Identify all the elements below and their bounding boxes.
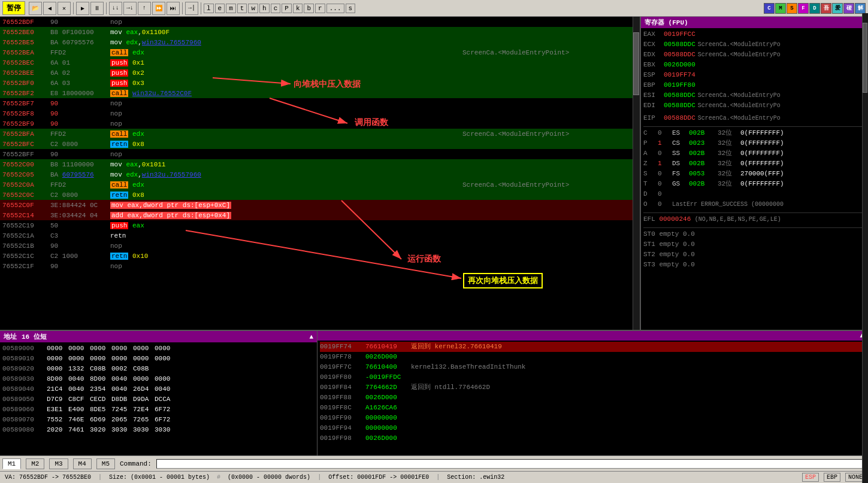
back-button[interactable]: ◀ — [43, 2, 56, 15]
letter-t[interactable]: t — [237, 4, 247, 13]
command-input[interactable] — [156, 459, 866, 469]
reg-val-eax[interactable]: 0019FFCC — [664, 29, 695, 40]
reg-val-edx[interactable]: 00588DDC — [664, 50, 695, 60]
table-row[interactable]: 76552BE5 BA 60795576 mov edx,win32u.7655… — [0, 37, 640, 47]
stack-val[interactable]: 76610400 — [365, 362, 407, 372]
seg-val-fs[interactable]: 0053 — [689, 169, 713, 179]
table-row[interactable]: 76552C0A FFD2 call edx ScreenCa.<ModuleE… — [0, 180, 640, 190]
run-button[interactable]: ▶ — [76, 2, 89, 15]
stepin-button[interactable]: ↓↓ — [109, 2, 122, 15]
reg-val-ebx[interactable]: 0026D000 — [664, 60, 695, 70]
reg-val-ebp[interactable]: 0019FF80 — [664, 80, 695, 90]
table-row[interactable]: 76552BF0 6A 03 push 0x3 — [0, 78, 640, 88]
memory-scroll-btn[interactable]: ▲ — [309, 333, 313, 341]
letter-k[interactable]: k — [293, 4, 303, 13]
status-esp-btn[interactable]: ESP — [802, 473, 819, 482]
reg-val-eip[interactable]: 00588DDC — [664, 113, 695, 123]
table-row[interactable]: 76552BFC C2 0800 retn 0x8 — [0, 139, 640, 149]
log-icon[interactable]: 吾 — [821, 3, 831, 14]
table-row[interactable]: 76552BE0 B8 0F100100 mov eax,0x1100F — [0, 27, 640, 37]
stack-val[interactable]: 00000000 — [365, 413, 407, 423]
flag-c-val[interactable]: 0 — [658, 128, 667, 138]
letter-e[interactable]: e — [215, 4, 225, 13]
stack-icon[interactable]: S — [787, 3, 797, 14]
table-row[interactable]: 76552C1C C2 1000 retn 0x10 — [0, 251, 640, 261]
tab-m1[interactable]: M1 — [2, 458, 21, 469]
table-row[interactable]: 76552BFF 90 nop — [0, 149, 640, 159]
stepover-button[interactable]: →↓ — [123, 2, 137, 15]
table-row[interactable]: 76552C1A C3 retn — [0, 230, 640, 241]
flag-s-val[interactable]: 0 — [658, 169, 667, 179]
flag-p-val[interactable]: 1 — [658, 138, 667, 148]
table-row[interactable]: 76552C0C C2 0800 retn 0x8 — [0, 190, 640, 200]
letter-h[interactable]: h — [259, 4, 270, 13]
tab-m2[interactable]: M2 — [26, 458, 44, 469]
stack-val[interactable]: 0026D000 — [365, 433, 407, 443]
table-row[interactable]: 76552BEA FFD2 call edx ScreenCa.<ModuleE… — [0, 47, 640, 57]
stack-val[interactable]: 76610419 — [365, 342, 407, 352]
reg-val-edi[interactable]: 00588DDC — [664, 101, 695, 111]
seg-val-cs[interactable]: 0023 — [689, 138, 713, 148]
table-row[interactable]: 76552BEC 6A 01 push 0x1 — [0, 57, 640, 68]
table-row[interactable]: 76552C14 3E:034424 04 add eax,dword ptr … — [0, 210, 640, 220]
reg-val-ecx[interactable]: 00588DDC — [664, 40, 695, 50]
letter-P[interactable]: P — [282, 4, 292, 13]
table-row[interactable]: 76552BDF 90 nop — [0, 17, 640, 27]
flag-o-val[interactable]: 0 — [658, 199, 667, 209]
table-row[interactable]: 76552BF7 90 nop — [0, 98, 640, 108]
mem-icon[interactable]: M — [775, 3, 786, 14]
stack-val[interactable]: 00000000 — [365, 423, 407, 433]
debug-icon[interactable]: D — [809, 3, 820, 14]
stack-val[interactable]: A1626CA6 — [365, 403, 407, 413]
reg-val-esp[interactable]: 0019FF74 — [664, 70, 695, 80]
table-row[interactable]: 76552C1B 90 nop — [0, 241, 640, 251]
table-row[interactable]: 76552C0F 3E:884424 0C mov eax,dword ptr … — [0, 200, 640, 210]
trace-button[interactable]: ⏭ — [167, 2, 180, 15]
table-row[interactable]: 76552C1F 90 nop — [0, 261, 640, 271]
extra-icon[interactable]: 碰 — [843, 3, 854, 14]
stack-val[interactable]: -0019FFDC — [365, 372, 407, 382]
table-row[interactable]: 76552C05 BA 60795576 mov edx,win32u.7655… — [0, 169, 640, 180]
stepout-button[interactable]: ↑ — [138, 2, 151, 15]
reg-val-esi[interactable]: 00588DDC — [664, 90, 695, 101]
table-row[interactable]: 76552C19 50 push eax — [0, 220, 640, 230]
stack-val[interactable]: 0026D000 — [365, 393, 407, 403]
efl-val[interactable]: 00000246 — [659, 215, 691, 223]
flag-d-val[interactable]: 0 — [658, 189, 667, 199]
flag-t-val[interactable]: 0 — [658, 179, 667, 189]
seg-val-ds[interactable]: 002B — [689, 159, 713, 169]
cpu-icon[interactable]: C — [764, 3, 775, 14]
tab-m3[interactable]: M3 — [49, 458, 68, 469]
letter-s[interactable]: s — [346, 4, 356, 13]
table-row[interactable]: 76552C00 B8 11100000 mov eax,0x1011 — [0, 159, 640, 169]
disasm-scroll-thumb[interactable] — [633, 32, 639, 95]
help-icon[interactable]: 解 — [855, 3, 866, 14]
flag-a-val[interactable]: 0 — [658, 148, 667, 159]
stack-scroll-thumb[interactable] — [863, 23, 867, 93]
letter-c[interactable]: c — [271, 4, 281, 13]
letter-b[interactable]: b — [304, 4, 314, 13]
letter-r[interactable]: r — [315, 4, 325, 13]
prefs-icon[interactable]: 爱 — [832, 3, 843, 14]
tab-m5[interactable]: M5 — [96, 458, 115, 469]
flag-z-val[interactable]: 1 — [658, 159, 667, 169]
letter-dots[interactable]: ... — [326, 4, 344, 13]
stack-val[interactable]: 7764662D — [365, 382, 407, 393]
seg-val-ss[interactable]: 002B — [689, 148, 713, 159]
letter-w[interactable]: w — [248, 4, 258, 13]
pause-button[interactable]: ⏸ — [90, 2, 104, 15]
table-row[interactable]: 76552BFA FFD2 call edx ScreenCa.<ModuleE… — [0, 129, 640, 139]
disasm-scrollbar[interactable] — [633, 17, 640, 330]
forward-button[interactable]: ✕ — [58, 2, 71, 15]
disasm-scroll-area[interactable]: 76552BDF 90 nop 76552BE0 B8 0F100100 mov… — [0, 17, 640, 330]
seg-val-gs[interactable]: 002B — [689, 179, 713, 189]
status-ebp-btn[interactable]: EBP — [824, 473, 840, 482]
stack-val[interactable]: 0026D000 — [365, 352, 407, 362]
table-row[interactable]: 76552BF8 90 nop — [0, 108, 640, 119]
seg-val-es[interactable]: 002B — [689, 128, 713, 138]
tab-m4[interactable]: M4 — [73, 458, 92, 469]
stack-scrollbar[interactable] — [862, 13, 868, 483]
letter-m[interactable]: m — [226, 4, 236, 13]
table-row[interactable]: 76552BF2 E8 18000000 call win32u.76552C0… — [0, 88, 640, 98]
fpu-icon[interactable]: F — [798, 3, 809, 14]
